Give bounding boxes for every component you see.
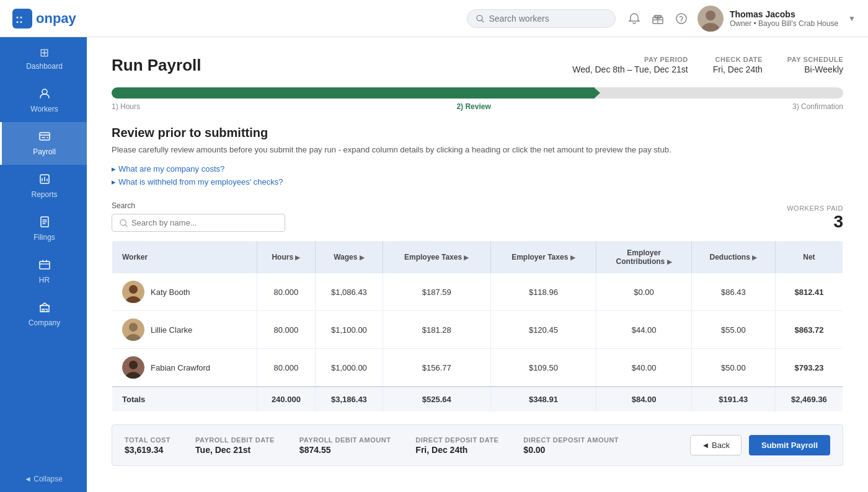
faq-link-withholdings[interactable]: ▸ What is withheld from my employees' ch… xyxy=(112,177,843,187)
sidebar-collapse-button[interactable]: ◄ Collapse xyxy=(0,466,87,492)
search-bar[interactable] xyxy=(467,9,616,28)
svg-line-18 xyxy=(125,224,127,226)
sidebar-item-workers[interactable]: Workers xyxy=(0,79,87,122)
topbar-icons xyxy=(628,12,688,25)
faq-link-company-costs[interactable]: ▸ What are my company costs? xyxy=(112,164,843,174)
sidebar-item-hr[interactable]: HR xyxy=(0,250,87,293)
name-search-input[interactable] xyxy=(131,218,277,227)
sidebar-item-dashboard[interactable]: ⊞ Dashboard xyxy=(0,37,87,79)
worker-deductions-1: $55.00 xyxy=(691,311,775,349)
totals-wages: $3,186.43 xyxy=(315,387,383,412)
sidebar-item-label: Reports xyxy=(31,190,57,199)
user-details: Thomas Jacobs Owner • Bayou Bill's Crab … xyxy=(730,9,838,28)
notifications-button[interactable] xyxy=(628,12,640,25)
worker-employer_taxes-1: $120.45 xyxy=(490,311,596,349)
worker-name-0: Katy Booth xyxy=(151,288,190,297)
pay-schedule-label: PAY SCHEDULE xyxy=(787,56,843,63)
chevron-down-icon: ▼ xyxy=(848,14,856,23)
check-date-label: CHECK DATE xyxy=(713,56,763,63)
worker-employer_contributions-1: $44.00 xyxy=(596,311,691,349)
company-icon xyxy=(39,302,50,316)
search-icon xyxy=(120,219,128,227)
pay-period-meta: PAY PERIOD Wed, Dec 8th – Tue, Dec 21st xyxy=(572,56,688,74)
user-info[interactable]: Thomas Jacobs Owner • Bayou Bill's Crab … xyxy=(698,6,856,32)
svg-point-23 xyxy=(129,323,138,332)
total-cost-label: TOTAL COST xyxy=(125,436,170,444)
worker-name-1: Lillie Clarke xyxy=(151,325,192,335)
col-employee-taxes[interactable]: Employee Taxes ▶ xyxy=(383,241,490,274)
workers-paid-label: WORKERS PAID xyxy=(787,204,843,212)
pay-period-value: Wed, Dec 8th – Tue, Dec 21st xyxy=(572,64,688,74)
payroll-footer: TOTAL COST $3,619.34 PAYROLL DEBIT DATE … xyxy=(112,424,843,466)
progress-step-1: 1) Hours xyxy=(112,102,353,111)
payroll-table: Worker Hours ▶ Wages ▶ Employee Taxes ▶ … xyxy=(112,240,843,412)
user-role: Owner • Bayou Bill's Crab House xyxy=(730,19,838,28)
progress-track xyxy=(112,87,843,99)
help-button[interactable] xyxy=(675,12,688,25)
faq-links: ▸ What are my company costs? ▸ What is w… xyxy=(112,164,843,187)
worker-wages-0: $1,086.43 xyxy=(315,273,383,311)
worker-wages-2: $1,000.00 xyxy=(315,349,383,387)
svg-point-7 xyxy=(681,21,682,22)
col-hours[interactable]: Hours ▶ xyxy=(257,241,315,274)
back-button[interactable]: ◄ Back xyxy=(690,435,742,455)
worker-net-1[interactable]: $863.72 xyxy=(775,311,843,349)
worker-net-2[interactable]: $793.23 xyxy=(775,349,843,387)
col-employer-contributions[interactable]: EmployerContributions ▶ xyxy=(596,241,691,274)
direct-deposit-date-value: Fri, Dec 24th xyxy=(415,445,498,455)
worker-hours-1: 80.000 xyxy=(257,311,315,349)
sidebar-item-label: Payroll xyxy=(33,147,56,156)
col-worker: Worker xyxy=(112,241,257,274)
totals-employer-contributions: $84.00 xyxy=(596,387,691,412)
main-content: Run Payroll PAY PERIOD Wed, Dec 8th – Tu… xyxy=(87,37,868,492)
table-row: Lillie Clarke 80.000$1,100.00$181.28$120… xyxy=(112,311,843,349)
sort-arrow-wages: ▶ xyxy=(360,254,365,261)
direct-deposit-amount-label: DIRECT DEPOSIT AMOUNT xyxy=(523,436,619,444)
sidebar-item-payroll[interactable]: Payroll xyxy=(0,122,87,165)
svg-rect-16 xyxy=(40,305,49,312)
worker-employee_taxes-0: $187.59 xyxy=(383,273,490,311)
check-date-meta: CHECK DATE Fri, Dec 24th xyxy=(713,56,763,74)
name-search-wrap[interactable] xyxy=(112,214,285,232)
pay-period-label: PAY PERIOD xyxy=(572,56,688,63)
svg-text:::: :: xyxy=(16,13,23,25)
pay-schedule-meta: PAY SCHEDULE Bi-Weekly xyxy=(787,56,843,74)
payroll-icon xyxy=(39,131,50,145)
progress-step-2: 2) Review xyxy=(353,102,594,111)
svg-point-26 xyxy=(129,361,138,369)
search-label: Search xyxy=(112,201,285,210)
debit-amount-value: $874.55 xyxy=(299,445,391,455)
footer-actions: ◄ Back Submit Payroll xyxy=(690,435,830,455)
col-wages[interactable]: Wages ▶ xyxy=(315,241,383,274)
sidebar-item-label: Filings xyxy=(33,233,55,242)
workers-paid-count: 3 xyxy=(787,212,843,232)
worker-employer_taxes-0: $118.96 xyxy=(490,273,596,311)
worker-deductions-2: $50.00 xyxy=(691,349,775,387)
table-header-row: Worker Hours ▶ Wages ▶ Employee Taxes ▶ … xyxy=(112,241,843,274)
worker-hours-0: 80.000 xyxy=(257,273,315,311)
logo: :: onpay xyxy=(12,9,76,29)
gift-button[interactable] xyxy=(652,12,664,25)
sidebar-item-filings[interactable]: Filings xyxy=(0,208,87,250)
search-input[interactable] xyxy=(489,14,606,24)
sort-arrow-employer-taxes: ▶ xyxy=(570,254,575,261)
totals-employer-taxes: $348.91 xyxy=(490,387,596,412)
sidebar-item-reports[interactable]: Reports xyxy=(0,165,87,208)
col-deductions[interactable]: Deductions ▶ xyxy=(691,241,775,274)
search-icon xyxy=(476,14,484,23)
svg-point-20 xyxy=(129,285,138,294)
collapse-label: ◄ Collapse xyxy=(24,475,63,483)
filings-icon xyxy=(39,216,50,231)
table-row: Katy Booth 80.000$1,086.43$187.59$118.96… xyxy=(112,273,843,311)
totals-hours: 240.000 xyxy=(257,387,315,412)
search-section: Search xyxy=(112,201,285,232)
sidebar-item-label: HR xyxy=(39,276,50,284)
worker-net-0[interactable]: $812.41 xyxy=(775,273,843,311)
col-employer-taxes[interactable]: Employer Taxes ▶ xyxy=(490,241,596,274)
sidebar-item-company[interactable]: Company xyxy=(0,293,87,336)
worker-avatar-2 xyxy=(122,356,144,379)
submit-payroll-button[interactable]: Submit Payroll xyxy=(749,435,830,455)
worker-employer_contributions-0: $0.00 xyxy=(596,273,691,311)
totals-deductions: $191.43 xyxy=(691,387,775,412)
page-header: Run Payroll PAY PERIOD Wed, Dec 8th – Tu… xyxy=(112,56,843,75)
